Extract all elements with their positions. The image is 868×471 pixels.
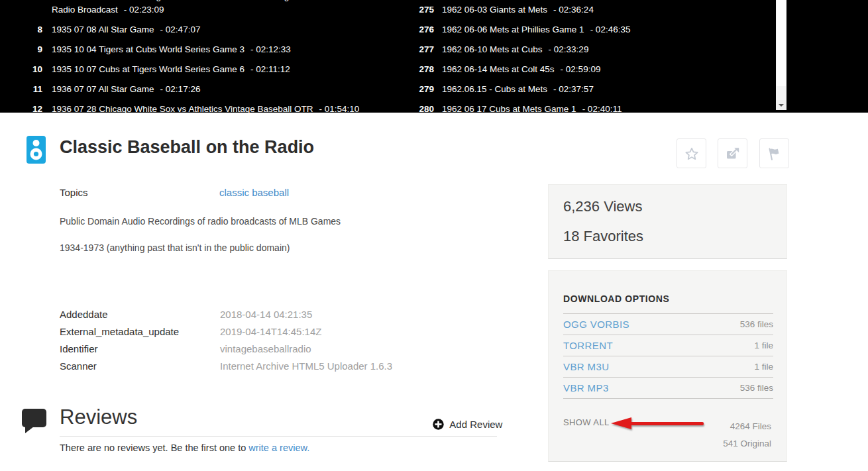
download-format-row: OGG VORBIS 536 files <box>563 314 773 335</box>
track-title: 1936 07 07 All Star Game <box>52 84 154 94</box>
track-number: 276 <box>390 25 434 35</box>
metadata-value: vintagebaseballradio <box>220 343 311 354</box>
track-duration: - 02:37:57 <box>553 84 594 94</box>
track-row[interactable]: Radio Broadcast- 02:23:09 <box>0 5 164 15</box>
plus-circle-icon <box>433 419 449 430</box>
track-row[interactable]: 2761962 06-06 Mets at Phillies Game 1- 0… <box>390 25 630 35</box>
tracklist-scrollbar[interactable] <box>776 0 787 110</box>
share-button[interactable] <box>718 138 747 168</box>
track-row[interactable]: 2801962 06 17 Cubs at Mets Game 1- 02:40… <box>390 104 622 113</box>
track-row[interactable]: 121936 07 28 Chicago White Sox vs Athlet… <box>0 104 359 113</box>
track-row[interactable]: 111936 07 07 All Star Game- 02:17:26 <box>0 84 200 95</box>
track-duration: - 02:40:11 <box>582 104 622 113</box>
track-number: 8 <box>0 25 42 35</box>
scrollbar-thumb[interactable] <box>777 0 786 86</box>
track-duration: - 01:54:10 <box>319 104 359 113</box>
download-file-count: 536 files <box>740 383 773 393</box>
track-title: 1962 06-06 Mets at Phillies Game 1 <box>442 25 584 34</box>
track-number: 277 <box>390 44 434 55</box>
tracklist-column-right: 2751962 06-03 Giants at Mets- 02:36:24 2… <box>390 0 774 113</box>
track-duration: - 02:46:35 <box>590 25 631 34</box>
show-all-link[interactable]: SHOW ALL <box>563 417 610 427</box>
page-title: Classic Baseball on the Radio <box>60 137 314 158</box>
metadata-table: Addeddate 2018-04-14 04:21:35 External_m… <box>60 309 497 378</box>
no-reviews-text: There are no reviews yet. Be the first o… <box>60 443 309 453</box>
item-action-buttons <box>677 138 789 168</box>
download-format-link[interactable]: OGG VORBIS <box>563 319 629 330</box>
scrollbar-down-arrow-icon[interactable] <box>776 100 787 110</box>
archive-item-page: 71934 10 09 Cardinals at Tigers World Se… <box>0 0 868 471</box>
track-number: 280 <box>390 104 434 113</box>
track-title: 1936 07 28 Chicago White Sox vs Athletic… <box>52 104 313 113</box>
arrow-shaft <box>630 422 704 425</box>
track-duration: - 02:11:12 <box>250 64 290 74</box>
download-options-header: DOWNLOAD OPTIONS <box>563 293 669 304</box>
track-row[interactable]: 91935 10 04 Tigers at Cubs World Series … <box>0 44 291 55</box>
track-row[interactable]: 101935 10 07 Cubs at Tigers World Series… <box>0 64 290 75</box>
track-title: 1935 10 04 Tigers at Cubs World Series G… <box>52 44 244 54</box>
track-number: 11 <box>0 84 42 95</box>
topic-link[interactable]: classic baseball <box>219 187 289 198</box>
track-duration: - 02:12:33 <box>250 44 291 54</box>
metadata-row: Addeddate 2018-04-14 04:21:35 <box>60 309 497 326</box>
download-format-link[interactable]: VBR M3U <box>563 361 609 372</box>
track-row[interactable]: 81935 07 08 All Star Game- 02:47:07 <box>0 25 200 35</box>
audio-media-icon <box>27 136 46 166</box>
metadata-row: Identifier vintagebaseballradio <box>60 343 497 360</box>
add-review-button[interactable]: Add Review <box>433 419 502 430</box>
description-line-2: 1934-1973 (anything past that isn't in t… <box>60 242 290 253</box>
flag-icon <box>766 152 782 164</box>
track-title: 1962 06 17 Cubs at Mets Game 1 <box>442 104 576 113</box>
download-format-list: OGG VORBIS 536 files TORRENT 1 file VBR … <box>563 313 773 399</box>
track-title: 1962.06.15 - Cubs at Mets <box>442 84 547 94</box>
track-title: 1962 06-03 Giants at Mets <box>442 5 547 15</box>
track-number: 275 <box>390 5 434 15</box>
download-format-link[interactable]: VBR MP3 <box>563 382 609 393</box>
share-icon <box>725 152 741 164</box>
track-number: 7 <box>0 0 42 2</box>
track-duration: - 02:23:09 <box>124 5 164 15</box>
track-number: 12 <box>0 104 42 113</box>
annotation-arrow-red <box>611 417 705 431</box>
metadata-value: Internet Archive HTML5 Uploader 1.6.3 <box>220 360 392 372</box>
track-duration: - 02:17:26 <box>160 84 201 94</box>
track-number: 278 <box>390 64 434 75</box>
player-tracklist: 71934 10 09 Cardinals at Tigers World Se… <box>0 0 868 113</box>
reviews-divider <box>60 436 497 437</box>
metadata-row: External_metadata_update 2019-04-14T14:4… <box>60 326 497 343</box>
flag-button[interactable] <box>759 138 789 168</box>
arrow-head <box>611 417 631 429</box>
add-review-label: Add Review <box>449 419 502 430</box>
write-review-link[interactable]: write a review. <box>248 443 309 453</box>
download-format-row: TORRENT 1 file <box>563 335 773 356</box>
track-number: 279 <box>390 84 434 95</box>
metadata-row: Scanner Internet Archive HTML5 Uploader … <box>60 360 497 378</box>
tracklist-column-left: 71934 10 09 Cardinals at Tigers World Se… <box>0 0 388 113</box>
track-title: 1935 10 07 Cubs at Tigers World Series G… <box>52 64 244 74</box>
download-format-row: VBR M3U 1 file <box>563 356 773 378</box>
track-number: 9 <box>0 44 42 55</box>
views-count: 6,236 Views <box>563 198 787 215</box>
track-title: 1934 10 09 Cardinals at Tigers World Ser… <box>52 0 331 1</box>
track-duration: - 02:36:24 <box>553 5 594 15</box>
no-reviews-prefix: There are no reviews yet. Be the first o… <box>60 443 248 453</box>
total-files-count: 4264 Files <box>730 421 771 431</box>
favorite-button[interactable] <box>677 138 706 168</box>
track-row[interactable]: 71934 10 09 Cardinals at Tigers World Se… <box>0 0 337 2</box>
download-options-panel: DOWNLOAD OPTIONS OGG VORBIS 536 files TO… <box>548 270 787 462</box>
metadata-label: Identifier <box>60 343 98 354</box>
track-row[interactable]: 2781962 06-14 Mets at Colt 45s- 02:59:09 <box>390 64 600 75</box>
track-row[interactable]: 2791962.06.15 - Cubs at Mets- 02:37:57 <box>390 84 594 95</box>
track-row[interactable]: 2751962 06-03 Giants at Mets- 02:36:24 <box>390 5 594 15</box>
description-line-1: Public Domain Audio Recordings of radio … <box>60 216 341 227</box>
download-file-count: 536 files <box>740 319 773 329</box>
track-number: 10 <box>0 64 42 75</box>
favorites-count: 18 Favorites <box>563 228 787 245</box>
download-format-row: VBR MP3 536 files <box>563 378 773 399</box>
download-format-link[interactable]: TORRENT <box>563 340 613 351</box>
topics-label: Topics <box>60 187 88 198</box>
track-row[interactable]: 2771962 06-10 Mets at Cubs- 02:33:29 <box>390 44 588 55</box>
track-duration: - 02:33:29 <box>549 44 589 54</box>
track-title: Radio Broadcast <box>52 5 118 15</box>
track-title: 1962 06-10 Mets at Cubs <box>442 44 543 54</box>
